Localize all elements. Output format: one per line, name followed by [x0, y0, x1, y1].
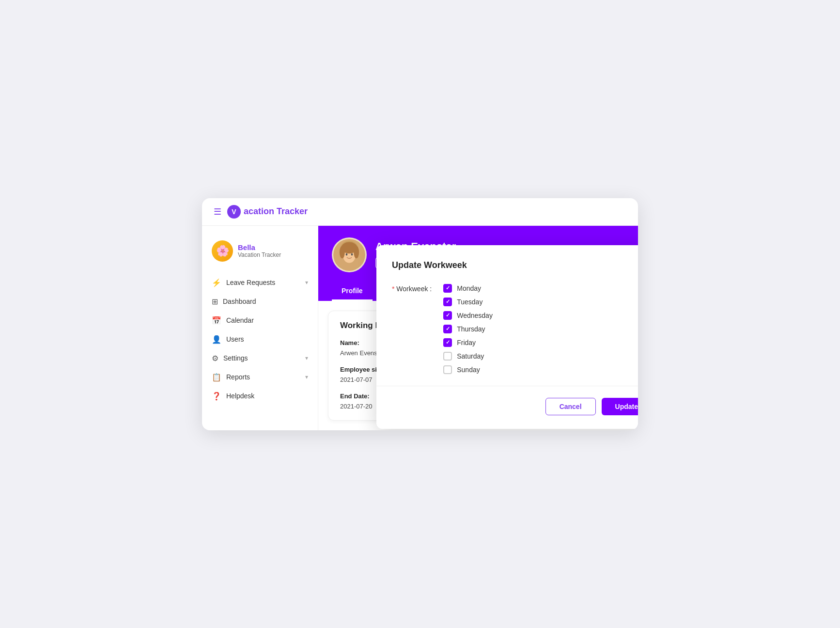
sidebar-user-name: Bella	[238, 243, 281, 251]
cancel-button[interactable]: Cancel	[545, 398, 596, 415]
sidebar-item-leave-requests[interactable]: ⚡ Leave Requests ▾	[202, 273, 318, 292]
svg-point-7	[340, 246, 345, 258]
update-button[interactable]: Update	[602, 398, 638, 415]
day-label-monday: Monday	[457, 284, 481, 292]
gear-icon: ⚙	[212, 354, 218, 363]
required-marker: *	[392, 285, 396, 293]
dialog-footer: Cancel Update	[392, 398, 638, 415]
sidebar-item-label: Dashboard	[223, 298, 256, 305]
day-label-friday: Friday	[457, 339, 476, 346]
logo-area: V acation Tracker	[227, 205, 308, 219]
day-monday: Monday	[443, 284, 493, 293]
profile-picture	[332, 237, 367, 272]
sidebar-item-users[interactable]: 👤 Users	[202, 330, 318, 349]
app-title: acation Tracker	[244, 206, 308, 217]
day-wednesday: Wednesday	[443, 311, 493, 320]
checkbox-saturday[interactable]	[443, 352, 452, 361]
sidebar-item-label: Users	[226, 335, 244, 343]
workweek-row: * Workweek : Monday Tuesday	[392, 284, 638, 374]
sidebar-avatar: 🌸	[212, 240, 233, 262]
day-label-sunday: Sunday	[457, 366, 480, 374]
dialog-divider	[376, 386, 638, 386]
lightning-icon: ⚡	[212, 278, 221, 287]
sidebar-item-label: Leave Requests	[226, 279, 275, 286]
sidebar-user-subtitle: Vacation Tracker	[238, 251, 281, 258]
sidebar-item-label: Helpdesk	[226, 392, 254, 400]
checkbox-monday[interactable]	[443, 284, 452, 293]
helpdesk-icon: ❓	[212, 392, 221, 401]
sidebar-item-label: Calendar	[226, 316, 254, 324]
svg-point-4	[346, 253, 348, 255]
sidebar-item-reports[interactable]: 📋 Reports ▾	[202, 368, 318, 387]
update-workweek-dialog: Update Workweek ✕ * Workweek : Monday	[376, 245, 638, 429]
app-window: ☰ V acation Tracker 🌸 Bella Vacation Tra…	[202, 198, 638, 430]
sidebar-item-label: Reports	[226, 373, 250, 381]
calendar-icon: 📅	[212, 316, 221, 325]
checkbox-tuesday[interactable]	[443, 298, 452, 306]
svg-point-8	[354, 246, 359, 258]
sidebar-item-label: Settings	[223, 354, 248, 362]
avatar-svg	[333, 239, 365, 271]
dashboard-icon: ⊞	[212, 297, 218, 306]
checkbox-sunday[interactable]	[443, 365, 452, 374]
day-label-wednesday: Wednesday	[457, 312, 493, 319]
checkbox-wednesday[interactable]	[443, 311, 452, 320]
sidebar-item-settings[interactable]: ⚙ Settings ▾	[202, 349, 318, 368]
menu-icon[interactable]: ☰	[214, 206, 221, 217]
sidebar: 🌸 Bella Vacation Tracker ⚡ Leave Request…	[202, 226, 318, 430]
sidebar-item-helpdesk[interactable]: ❓ Helpdesk	[202, 387, 318, 406]
dialog-title: Update Workweek	[392, 260, 467, 270]
day-tuesday: Tuesday	[443, 298, 493, 306]
checkbox-thursday[interactable]	[443, 325, 452, 333]
tab-profile[interactable]: Profile	[332, 282, 373, 301]
day-thursday: Thursday	[443, 325, 493, 333]
sidebar-profile: 🌸 Bella Vacation Tracker	[202, 236, 318, 273]
day-sunday: Sunday	[443, 365, 493, 374]
sidebar-item-dashboard[interactable]: ⊞ Dashboard	[202, 292, 318, 311]
main-layout: 🌸 Bella Vacation Tracker ⚡ Leave Request…	[202, 226, 638, 430]
top-bar: ☰ V acation Tracker	[202, 198, 638, 226]
reports-icon: 📋	[212, 373, 221, 382]
chevron-down-icon: ▾	[305, 374, 308, 380]
checkbox-friday[interactable]	[443, 338, 452, 347]
chevron-down-icon: ▾	[305, 355, 308, 361]
workweek-label: * Workweek :	[392, 284, 432, 293]
day-label-thursday: Thursday	[457, 325, 485, 333]
day-saturday: Saturday	[443, 352, 493, 361]
chevron-down-icon: ▾	[305, 279, 308, 286]
svg-point-5	[351, 253, 353, 255]
days-list: Monday Tuesday Wednesday Thursday	[443, 284, 493, 374]
day-friday: Friday	[443, 338, 493, 347]
day-label-saturday: Saturday	[457, 352, 484, 360]
logo-icon: V	[227, 205, 241, 219]
day-label-tuesday: Tuesday	[457, 298, 482, 306]
sidebar-item-calendar[interactable]: 📅 Calendar	[202, 311, 318, 330]
user-icon: 👤	[212, 335, 221, 344]
content-area: Arwen Evenstar + Add label Profile Leave…	[318, 226, 638, 430]
